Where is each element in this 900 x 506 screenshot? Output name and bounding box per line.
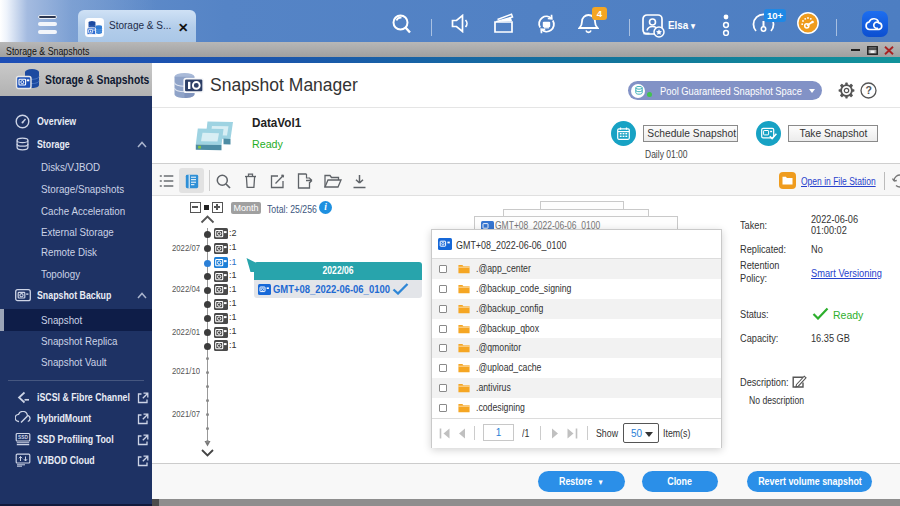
svg-text:?: ?: [866, 84, 872, 96]
svg-text:SSD: SSD: [18, 435, 28, 440]
